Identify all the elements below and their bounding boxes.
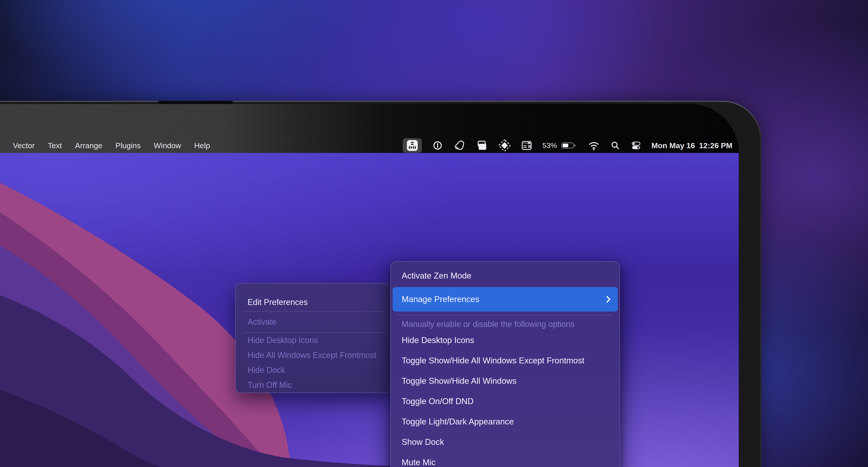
submenu-item-label: Turn Off Mic [248,380,292,390]
status-item-battery[interactable]: 53% [542,140,578,151]
pick-icon [454,139,466,152]
submenu-item-label: Hide Dock [248,366,285,375]
menu-item-show-dock[interactable]: Show Dock [391,432,620,452]
menu-item-label: Toggle On/Off DND [402,397,611,406]
submenu-item-edit-preferences[interactable]: Edit Preferences [236,293,390,311]
status-item-windows[interactable] [475,139,488,152]
menu-item-mute-mic[interactable]: Mute Mic [391,452,620,467]
status-item-power[interactable] [432,140,443,151]
menu-item-label: Show Dock [402,437,611,447]
menu-item-toggle-light-dark-appearance[interactable]: Toggle Light/Dark Appearance [391,412,620,432]
clock-time: 12:26 PM [699,141,733,150]
shortcut-window-icon: ⌘ [521,140,532,151]
status-item-stamp[interactable] [498,139,511,152]
windows-stack-icon [475,139,488,152]
menu-item-toggle-show-hide-all-windows-except-frontmost[interactable]: Toggle Show/Hide All Windows Except Fron… [391,350,620,371]
menu-item-label: Toggle Light/Dark Appearance [402,417,611,427]
status-item-control-center[interactable] [631,140,642,151]
menu-item-label: Manually enable or disable the following… [402,319,611,329]
submenu-item-hide-dock: Hide Dock [236,363,390,378]
menu-item-label: Activate Zen Mode [402,271,611,281]
battery-icon [560,140,578,151]
status-item-search[interactable] [610,140,621,151]
camera-notch [158,101,233,104]
menu-bar: VectorTextArrangePluginsWindowHelp [0,104,739,153]
svg-text:⌘: ⌘ [528,144,531,149]
submenu-item-hide-desktop-icons: Hide Desktop Icons [236,333,390,348]
zen-app-icon [407,140,418,151]
submenu-item-activate: Activate [236,312,390,332]
control-center-icon [631,140,642,151]
menubar-menu-window[interactable]: Window [154,141,181,150]
menu-bar-status: ⌘ 53% [403,138,739,153]
search-icon [610,140,621,151]
menu-item-hide-desktop-icons[interactable]: Hide Desktop Icons [391,330,620,350]
display-bezel: VectorTextArrangePluginsWindowHelp [0,101,761,467]
submenu-item-label: Hide Desktop Icons [248,335,318,345]
menu-bar-clock[interactable]: Mon May 16 12:26 PM [651,141,733,150]
status-item-wifi[interactable] [588,140,600,151]
clock-date: Mon May 16 [651,141,695,150]
menu-item-manage-preferences[interactable]: Manage Preferences [393,287,618,312]
submenu-chevron-icon [606,295,611,304]
menubar-menu-text[interactable]: Text [48,141,62,150]
menu-item-label: Manage Preferences [402,295,601,304]
submenu-item-label: Activate [248,317,276,327]
menu-bar-row: VectorTextArrangePluginsWindowHelp [0,138,739,153]
submenu-item-turn-off-mic: Turn Off Mic [236,378,390,392]
screen: VectorTextArrangePluginsWindowHelp [0,104,739,467]
battery-percent: 53% [542,141,557,150]
submenu-item-label: Hide All Windows Except Frontmost [248,350,376,360]
status-item-pick[interactable] [454,139,466,152]
menubar-menu-help[interactable]: Help [194,141,210,150]
menu-item-label: Mute Mic [402,458,611,467]
menu-section-header: Manually enable or disable the following… [391,318,620,330]
status-item-zen-app[interactable] [403,138,422,153]
power-toggle-icon [432,140,443,151]
menubar-menu-plugins[interactable]: Plugins [116,141,141,150]
submenu-item-label: Edit Preferences [248,297,308,307]
wifi-icon [588,140,600,151]
zen-app-menu: Activate Zen ModeManage PreferencesManua… [391,261,620,467]
stamp-icon [498,139,511,152]
submenu-item-hide-all-windows-except-frontmost: Hide All Windows Except Frontmost [236,348,390,363]
menu-item-toggle-on-off-dnd[interactable]: Toggle On/Off DND [391,391,620,412]
menu-separator [398,315,613,315]
menu-item-activate-zen-mode[interactable]: Activate Zen Mode [391,264,620,287]
status-item-shortcuts[interactable]: ⌘ [521,140,532,151]
menu-item-label: Hide Desktop Icons [402,335,611,345]
manage-preferences-submenu: Edit PreferencesActivateHide Desktop Ico… [235,283,391,393]
menubar-menu-vector[interactable]: Vector [13,141,35,150]
menu-item-label: Toggle Show/Hide All Windows [402,376,611,386]
menu-item-label: Toggle Show/Hide All Windows Except Fron… [402,356,611,366]
menubar-menu-arrange[interactable]: Arrange [75,141,102,150]
desktop-mockup: VectorTextArrangePluginsWindowHelp [0,0,868,467]
menu-bar-menus: VectorTextArrangePluginsWindowHelp [0,141,223,150]
menu-item-toggle-show-hide-all-windows[interactable]: Toggle Show/Hide All Windows [391,371,620,391]
